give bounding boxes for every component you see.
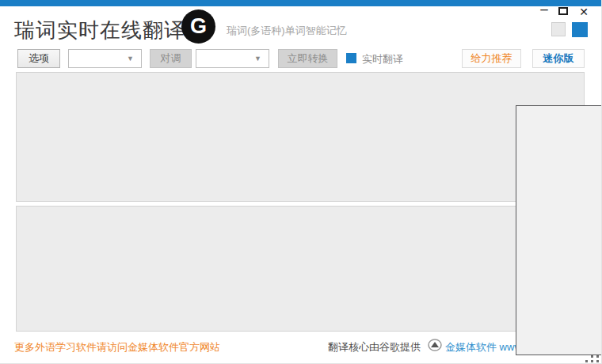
options-button[interactable]: 选项	[17, 49, 60, 68]
overlay-panel	[516, 105, 602, 355]
close-icon[interactable]: ✕	[577, 6, 591, 18]
app-subtitle: 瑞词(多语种)单词智能记忆	[227, 24, 347, 38]
resize-grip[interactable]	[583, 353, 602, 364]
gold-media-logo-icon	[428, 339, 442, 351]
mini-version-button[interactable]: 迷你版	[532, 49, 585, 68]
app-logo-icon: G	[181, 9, 215, 44]
target-text-area[interactable]	[16, 206, 585, 332]
chevron-down-icon: ▼	[127, 55, 134, 63]
target-language-select[interactable]: ▼	[196, 49, 269, 68]
footer-promo-link[interactable]: 更多外语学习软件请访问金媒体软件官方网站	[14, 340, 220, 355]
title-accent-bar	[0, 0, 602, 6]
swap-languages-button[interactable]: 对调	[150, 49, 192, 68]
maximize-icon[interactable]	[558, 7, 568, 15]
app-title: 瑞词实时在线翻译	[14, 17, 185, 44]
footer-engine-note: 翻译核心由谷歌提供	[328, 340, 421, 355]
minimize-icon[interactable]: –	[537, 2, 551, 17]
app-window: 瑞词实时在线翻译 G 瑞词(多语种)单词智能记忆 – ✕ 选项 ▼ 对调 ▼ 立…	[0, 0, 602, 364]
footer-brand-link[interactable]: 金媒体软件 www	[445, 340, 522, 355]
theme-swatch-blue[interactable]	[572, 22, 588, 37]
realtime-translate-checkbox[interactable]	[346, 53, 356, 63]
convert-now-button[interactable]: 立即转换	[278, 49, 337, 68]
chevron-down-icon: ▼	[254, 55, 261, 63]
recommend-button[interactable]: 给力推荐	[462, 49, 521, 68]
source-language-select[interactable]: ▼	[68, 49, 142, 68]
realtime-translate-label: 实时翻译	[362, 52, 403, 66]
source-text-area[interactable]	[16, 72, 585, 202]
theme-swatch-gray[interactable]	[551, 22, 566, 36]
